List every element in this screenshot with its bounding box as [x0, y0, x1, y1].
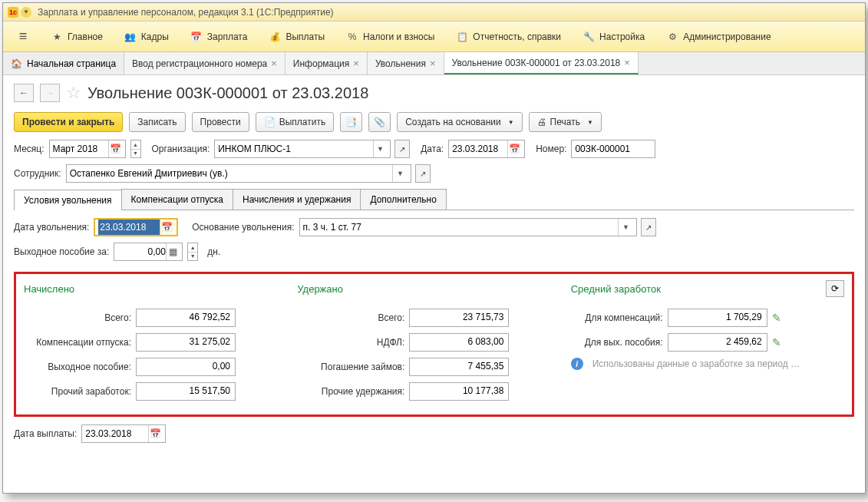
month-field[interactable]: 📅 [49, 140, 126, 158]
tab-accruals[interactable]: Начисления и удержания [233, 189, 361, 210]
title-bar: 1c ▼ Зарплата и управление персоналом, р… [3, 3, 865, 21]
accrued-total-value: 46 792,52 [136, 309, 236, 327]
tab-conditions[interactable]: Условия увольнения [14, 190, 122, 210]
calendar-icon[interactable]: 📅 [108, 140, 122, 157]
tab-dismissals[interactable]: Увольнения× [368, 52, 444, 74]
attach-button[interactable]: 📎 [368, 112, 391, 132]
accrued-comp-label: Компенсации отпуска: [24, 337, 131, 348]
menu-main[interactable]: ★Главное [40, 22, 114, 51]
menu-burger[interactable]: ≡ [6, 22, 40, 51]
toolbar: Провести и закрыть Записать Провести 📄Вы… [14, 112, 854, 132]
dismiss-date-label: Дата увольнения: [14, 222, 89, 233]
number-field[interactable] [571, 140, 655, 158]
withheld-ndfl-value: 6 083,00 [409, 333, 509, 352]
chevron-down-icon[interactable]: ▼ [618, 219, 632, 236]
report-icon: 📋 [456, 31, 468, 43]
pay-button[interactable]: 📄Выплатить [256, 112, 335, 132]
open-org-button[interactable]: ↗ [394, 140, 410, 158]
calendar-icon[interactable]: 📅 [507, 140, 521, 157]
org-field[interactable]: ▼ [214, 140, 391, 158]
tab-vacation-comp[interactable]: Компенсации отпуска [121, 189, 233, 210]
process-close-button[interactable]: Провести и закрыть [14, 112, 123, 132]
month-spinner[interactable]: ▲▼ [130, 140, 141, 158]
avg-info-text: Использованы данные о заработке за перио… [592, 358, 800, 369]
open-employee-button[interactable]: ↗ [415, 164, 431, 183]
wrench-icon: 🔧 [583, 31, 595, 43]
chevron-down-icon: ▼ [508, 119, 514, 126]
avg-comp-value: 1 705,29 [668, 309, 767, 327]
home-icon: 🏠 [11, 58, 22, 69]
favorite-icon[interactable]: ☆ [66, 83, 81, 103]
people-icon: 👥 [124, 31, 137, 43]
info-icon: i [571, 358, 583, 370]
pencil-icon[interactable]: ✎ [772, 336, 781, 348]
calendar-icon[interactable]: 📅 [148, 425, 162, 442]
process-button[interactable]: Провести [192, 112, 249, 132]
menu-vyplaty[interactable]: 💰Выплаты [258, 22, 335, 51]
printer-icon: 🖨 [537, 117, 546, 127]
menu-zarplata[interactable]: 📅Зарплата [180, 22, 259, 51]
tab-regnum[interactable]: Ввод регистрационного номера× [124, 52, 285, 74]
tab-home[interactable]: 🏠Начальная страница [3, 52, 124, 74]
close-icon[interactable]: × [430, 58, 436, 69]
close-icon[interactable]: × [624, 57, 630, 68]
print-button[interactable]: 🖨Печать▼ [529, 112, 602, 132]
window-title: Зарплата и управление персоналом, редакц… [38, 7, 334, 18]
accrued-sev-value: 0,00 [136, 358, 236, 376]
tab-dismissal-doc[interactable]: Увольнение 00ЗК-000001 от 23.03.2018× [444, 52, 639, 74]
nav-forward[interactable]: → [40, 84, 60, 102]
calc-icon[interactable]: ▦ [166, 243, 179, 260]
date-label: Дата: [421, 144, 444, 154]
menu-nalogi[interactable]: %Налоги и взносы [335, 22, 445, 51]
create-based-button[interactable]: Создать на основании▼ [397, 112, 522, 132]
app-menu-icon[interactable]: ▼ [21, 7, 31, 18]
summary-block: ⟳ Начислено Всего:46 792,52 Компенсации … [14, 272, 854, 417]
withheld-loan-label: Погашение займов: [297, 362, 404, 372]
withheld-loan-value: 7 455,35 [409, 358, 509, 376]
severance-field[interactable]: ▦ [114, 243, 183, 261]
close-icon[interactable]: × [271, 58, 277, 69]
close-icon[interactable]: × [353, 58, 359, 69]
percent-icon: % [346, 31, 358, 43]
document-tabs: 🏠Начальная страница Ввод регистрационног… [3, 52, 865, 75]
withheld-total-value: 23 715,73 [409, 309, 509, 327]
basis-field[interactable]: ▼ [299, 218, 637, 236]
withheld-total-label: Всего: [297, 312, 404, 323]
avg-sev-label: Для вых. пособия: [571, 337, 663, 348]
nav-back[interactable]: ← [14, 84, 34, 102]
write-button[interactable]: Записать [129, 112, 185, 132]
chevron-down-icon[interactable]: ▼ [373, 140, 387, 157]
withheld-other-label: Прочие удержания: [297, 386, 404, 397]
days-label: дн. [207, 246, 220, 257]
menu-otchet[interactable]: 📋Отчетность, справки [445, 22, 572, 51]
gear-icon: ⚙ [666, 31, 678, 43]
pencil-icon[interactable]: ✎ [772, 312, 781, 324]
refresh-button[interactable]: ⟳ [826, 280, 844, 297]
tab-info[interactable]: Информация× [285, 52, 368, 74]
date-field[interactable]: 📅 [448, 140, 525, 158]
org-label: Организация: [152, 144, 210, 154]
app-icon: 1c [8, 7, 18, 18]
money-icon: 💰 [269, 31, 281, 43]
chevron-down-icon[interactable]: ▼ [392, 165, 407, 182]
severance-spinner[interactable]: ▲▼ [187, 243, 198, 261]
menu-nastroika[interactable]: 🔧Настройка [572, 22, 655, 51]
form-button[interactable]: 📑 [340, 112, 362, 132]
accrued-total-label: Всего: [24, 312, 131, 323]
avg-heading: Средний заработок [571, 283, 844, 295]
avg-comp-label: Для компенсаций: [571, 312, 663, 323]
month-label: Месяц: [14, 144, 45, 154]
menu-kadry[interactable]: 👥Кадры [114, 22, 180, 51]
tab-extra[interactable]: Дополнительно [360, 189, 446, 210]
open-basis-button[interactable]: ↗ [641, 218, 656, 236]
dismiss-date-field[interactable]: 📅 [94, 218, 178, 236]
avg-sev-value: 2 459,62 [668, 333, 767, 352]
employee-field[interactable]: ▼ [66, 164, 411, 183]
withheld-heading: Удержано [297, 283, 570, 295]
menu-admin[interactable]: ⚙Администрирование [655, 22, 781, 51]
star-icon: ★ [51, 31, 63, 43]
accrued-sev-label: Выходное пособие: [24, 362, 131, 372]
calendar-icon[interactable]: 📅 [160, 219, 173, 236]
payment-date-field[interactable]: 📅 [81, 424, 166, 443]
employee-label: Сотрудник: [14, 168, 61, 179]
